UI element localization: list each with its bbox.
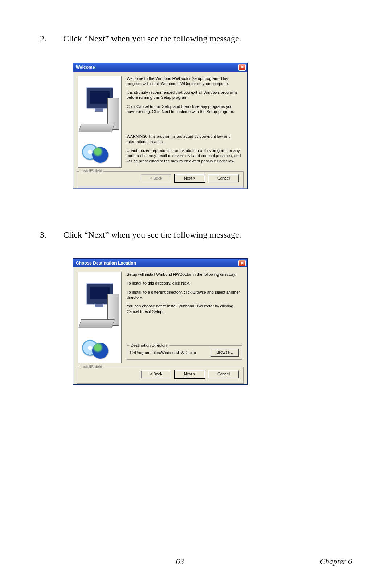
dialog-body-text: Setup will install Winbond HWDoctor in t…: [127, 272, 242, 363]
paragraph: It is strongly recommended that you exit…: [127, 90, 242, 100]
instruction-step: 2. Click “Next” when you see the followi…: [40, 33, 352, 45]
paragraph: Welcome to the Winbond HWDoctor Setup pr…: [127, 76, 242, 86]
installshield-group: InstallShield < Back Next > Cancel: [77, 367, 244, 384]
cancel-button[interactable]: Cancel: [208, 174, 239, 182]
paragraph: Unauthorized reproduction or distributio…: [127, 148, 242, 164]
dialog-title: Choose Destination Location: [76, 261, 136, 266]
step-number: 3.: [40, 229, 63, 241]
paragraph: To install to a different directory, cli…: [127, 290, 242, 300]
group-legend: InstallShield: [79, 169, 103, 173]
paragraph: To install to this directory, click Next…: [127, 281, 242, 286]
dialog-title: Welcome: [76, 65, 95, 70]
instruction-step: 3. Click “Next” when you see the followi…: [40, 229, 352, 241]
step-text: Click “Next” when you see the following …: [63, 229, 352, 241]
next-button[interactable]: Next >: [175, 370, 205, 378]
wizard-illustration: [78, 272, 122, 363]
back-button: < Back: [141, 174, 171, 182]
paragraph: WARNING: This program is protected by co…: [127, 134, 242, 144]
step-text: Click “Next” when you see the following …: [63, 33, 352, 45]
destination-legend: Destination Directory: [129, 343, 169, 348]
close-button[interactable]: ✕: [238, 64, 246, 71]
page-footer: 63 Chapter 6: [0, 557, 392, 566]
paragraph: You can choose not to install Winbond HW…: [127, 303, 242, 314]
close-icon: ✕: [241, 261, 244, 265]
next-button[interactable]: Next >: [175, 174, 205, 182]
welcome-dialog: Welcome ✕ Welcome to the Winbond HWDocto…: [73, 63, 248, 189]
step-number: 2.: [40, 33, 63, 45]
installshield-group: InstallShield < Back Next > Cancel: [77, 171, 244, 188]
dialog-body-text: Welcome to the Winbond HWDoctor Setup pr…: [127, 76, 242, 168]
browse-button[interactable]: Browse...: [211, 349, 239, 357]
destination-directory-group: Destination Directory C:\Program Files\W…: [127, 345, 242, 360]
close-icon: ✕: [241, 65, 244, 69]
back-button[interactable]: < Back: [141, 370, 171, 378]
wizard-illustration: [78, 76, 122, 168]
destination-path: C:\Program Files\Winbond\HWDoctor: [130, 350, 196, 355]
chapter-label: Chapter 6: [320, 557, 352, 566]
destination-dialog: Choose Destination Location ✕ Setup will…: [73, 258, 248, 385]
group-legend: InstallShield: [79, 365, 103, 369]
paragraph: Setup will install Winbond HWDoctor in t…: [127, 272, 242, 277]
paragraph: Click Cancel to quit Setup and then clos…: [127, 104, 242, 114]
cancel-button[interactable]: Cancel: [208, 370, 239, 378]
page-number: 63: [176, 557, 184, 566]
titlebar: Choose Destination Location ✕: [73, 259, 247, 267]
close-button[interactable]: ✕: [238, 260, 246, 266]
titlebar: Welcome ✕: [73, 63, 247, 72]
